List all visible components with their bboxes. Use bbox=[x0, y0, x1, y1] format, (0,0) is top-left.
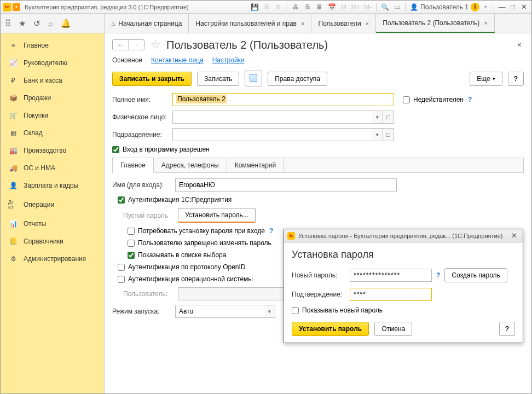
label-new-pwd: Новый пароль: bbox=[292, 271, 350, 279]
back-button[interactable]: ← bbox=[113, 40, 129, 50]
windows-icon[interactable]: ▭ bbox=[392, 2, 402, 12]
zoom-icon[interactable]: 🔍 bbox=[380, 2, 390, 12]
calc-icon[interactable]: 🖩 bbox=[315, 2, 325, 12]
nav-manager[interactable]: 📈Руководителю bbox=[1, 54, 104, 72]
info-icon[interactable]: i bbox=[471, 3, 479, 11]
checkbox-auth-os[interactable] bbox=[118, 276, 125, 283]
set-password-button[interactable]: Установить пароль... bbox=[178, 208, 256, 223]
calendar-icon[interactable]: 📅 bbox=[327, 2, 337, 12]
nav-main[interactable]: ≡Главное bbox=[1, 37, 104, 54]
input-new-pwd[interactable] bbox=[350, 269, 432, 282]
nav-sales[interactable]: 📦Продажи bbox=[1, 89, 104, 107]
nav-production[interactable]: 🏭Производство bbox=[1, 142, 104, 159]
m-plus-icon[interactable]: M+ bbox=[351, 2, 361, 12]
subtab-settings[interactable]: Настройки bbox=[212, 56, 245, 64]
input-login-name[interactable] bbox=[175, 178, 397, 192]
checkbox-require-pwd[interactable] bbox=[128, 228, 135, 235]
input-launch-mode[interactable] bbox=[175, 305, 264, 318]
help-invalid[interactable]: ? bbox=[468, 96, 472, 103]
nav-stock[interactable]: ▦Склад bbox=[1, 124, 104, 142]
help-require-pwd[interactable]: ? bbox=[269, 227, 273, 235]
checkbox-login-allowed[interactable] bbox=[112, 146, 119, 153]
checkbox-auth-openid[interactable] bbox=[118, 264, 125, 271]
help-new-pwd[interactable]: ? bbox=[436, 271, 440, 279]
itab-addr[interactable]: Адреса, телефоны bbox=[154, 158, 227, 172]
label-login-allowed: Вход в программу разрешен bbox=[123, 146, 210, 153]
itab-comment[interactable]: Комментарий bbox=[227, 158, 285, 172]
page-close-button[interactable]: × bbox=[515, 38, 524, 51]
input-full-name[interactable]: Пользователь 2 bbox=[172, 93, 394, 106]
nav-refs[interactable]: 📒Справочники bbox=[1, 233, 104, 250]
dialog-close-button[interactable]: ✕ bbox=[509, 231, 519, 240]
m-icon[interactable]: M bbox=[339, 2, 349, 12]
maximize-button[interactable]: □ bbox=[508, 2, 518, 12]
nav-operations[interactable]: Дт КтОперации bbox=[1, 194, 104, 215]
checkbox-auth-1c[interactable] bbox=[118, 196, 125, 204]
nav-purchases[interactable]: 🛒Покупки bbox=[1, 107, 104, 124]
checkbox-show-pwd[interactable] bbox=[292, 307, 299, 314]
combo-open-button[interactable]: ▢ bbox=[383, 128, 394, 141]
tab-home[interactable]: ⌂Начальная страница bbox=[105, 14, 189, 33]
tab-user2[interactable]: Пользователь 2 (Пользователь)× bbox=[376, 14, 495, 33]
close-icon[interactable]: × bbox=[366, 20, 369, 27]
subtab-contacts[interactable]: Контактные лица bbox=[151, 56, 204, 64]
compare-icon[interactable]: 🖧 bbox=[291, 2, 300, 12]
dialog-cancel-button[interactable]: Отмена bbox=[374, 322, 412, 336]
combo-open-button[interactable]: ▢ bbox=[383, 111, 394, 124]
preview-icon[interactable]: 🗎 bbox=[274, 2, 284, 12]
combo-launch-dropdown[interactable]: ▾ bbox=[264, 305, 275, 318]
tab-users[interactable]: Пользователи× bbox=[311, 14, 376, 33]
star-icon[interactable]: ★ bbox=[19, 19, 26, 28]
nav-salary[interactable]: 👤Зарплата и кадры bbox=[1, 177, 104, 194]
nav-reports[interactable]: 📊Отчеты bbox=[1, 215, 104, 233]
print-icon[interactable]: 🖶 bbox=[262, 2, 271, 12]
m-minus-icon[interactable]: M- bbox=[363, 2, 373, 12]
bell-icon[interactable]: 🔔 bbox=[61, 19, 71, 28]
sidebar: ≡Главное 📈Руководителю ₽Банк и касса 📦Пр… bbox=[1, 33, 105, 394]
more-button[interactable]: Еще bbox=[470, 72, 502, 86]
combo-dropdown-button[interactable]: ▾ bbox=[372, 111, 383, 124]
favorite-star-icon[interactable]: ☆ bbox=[150, 38, 161, 52]
checkbox-invalid[interactable] bbox=[403, 96, 410, 103]
save-close-button[interactable]: Записать и закрыть bbox=[112, 72, 192, 86]
book-icon: 📒 bbox=[8, 237, 18, 245]
current-user[interactable]: 👤Пользователь 1 bbox=[410, 3, 469, 11]
dialog-set-button[interactable]: Установить пароль bbox=[292, 322, 369, 336]
history-icon[interactable]: ↺ bbox=[33, 19, 41, 28]
list-button[interactable] bbox=[245, 71, 262, 86]
input-phys[interactable] bbox=[172, 111, 372, 124]
label-dept: Подразделение: bbox=[112, 131, 172, 138]
checkbox-forbid-change[interactable] bbox=[128, 240, 135, 247]
close-icon[interactable]: × bbox=[484, 20, 487, 26]
nav-bank[interactable]: ₽Банк и касса bbox=[1, 72, 104, 89]
toolbar-row: ⠿ ★ ↺ ⌕ 🔔 ⌂Начальная страница Настройки … bbox=[1, 14, 531, 33]
combo-dropdown-button[interactable]: ▾ bbox=[372, 128, 383, 141]
close-button[interactable]: ✕ bbox=[519, 2, 529, 12]
checkbox-show-list[interactable] bbox=[128, 252, 135, 259]
apps-icon[interactable]: ⠿ bbox=[5, 19, 11, 28]
itab-main[interactable]: Главное bbox=[113, 158, 154, 173]
label-require-pwd: Потребовать установку пароля при входе bbox=[138, 227, 265, 235]
cart-icon: 🛒 bbox=[8, 112, 18, 119]
search-tool-icon[interactable]: ⌕ bbox=[48, 19, 53, 28]
app-menu-dropdown[interactable]: ▾ bbox=[13, 3, 20, 11]
print2-icon[interactable]: 🖶 bbox=[303, 2, 313, 12]
input-dept[interactable] bbox=[172, 128, 372, 141]
info-dropdown[interactable]: ▾ bbox=[481, 2, 490, 12]
subtab-main[interactable]: Основное bbox=[112, 56, 142, 64]
tab-settings[interactable]: Настройки пользователей и прав× bbox=[189, 14, 311, 33]
rights-button[interactable]: Права доступа bbox=[268, 72, 327, 86]
nav-assets[interactable]: 🚚ОС и НМА bbox=[1, 159, 104, 177]
input-confirm-pwd[interactable] bbox=[350, 288, 432, 301]
nav-admin[interactable]: ⚙Администрирование bbox=[1, 250, 104, 268]
save-button[interactable]: Записать bbox=[197, 72, 239, 86]
generate-password-button[interactable]: Создать пароль bbox=[444, 268, 507, 282]
label-auth-1c: Аутентификация 1С:Предприятия bbox=[128, 196, 232, 204]
help-button[interactable]: ? bbox=[508, 72, 524, 86]
content-header: ← → ☆ Пользователь 2 (Пользователь) × bbox=[112, 38, 524, 52]
minimize-button[interactable]: — bbox=[497, 2, 507, 12]
forward-button[interactable]: → bbox=[129, 40, 144, 50]
save-icon[interactable]: 💾 bbox=[250, 2, 259, 12]
dialog-help-button[interactable]: ? bbox=[499, 322, 515, 336]
close-icon[interactable]: × bbox=[301, 20, 304, 27]
